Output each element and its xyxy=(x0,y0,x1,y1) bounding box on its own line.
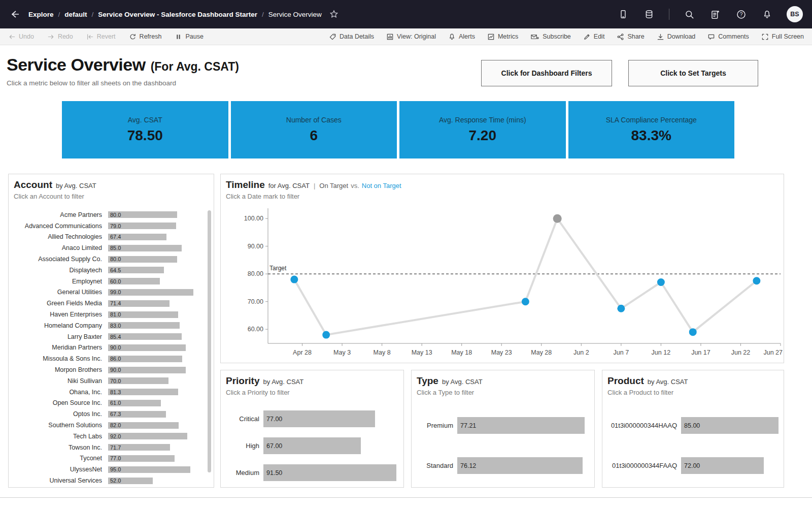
account-row[interactable]: General Utilities99.0 xyxy=(14,287,209,298)
account-row[interactable]: Anaco Limited85.0 xyxy=(14,242,209,253)
release-notes-icon[interactable] xyxy=(709,8,721,20)
edit-button[interactable]: Edit xyxy=(583,33,605,41)
timeline-point-not-on-target[interactable] xyxy=(617,305,625,312)
bar[interactable]: 60.0 xyxy=(108,278,160,284)
search-icon[interactable] xyxy=(683,8,695,20)
bar[interactable]: 99.0 xyxy=(108,289,193,296)
account-row[interactable]: Open Source Inc.61.0 xyxy=(14,398,209,409)
bar[interactable]: 72.00 xyxy=(681,457,764,474)
account-row[interactable]: Tech Labs92.0 xyxy=(14,431,209,442)
account-row[interactable]: Meridian Partners90.0 xyxy=(14,342,209,354)
type-row[interactable]: Standard76.12 xyxy=(417,446,589,486)
timeline-point-not-on-target[interactable] xyxy=(290,276,298,283)
priority-row[interactable]: Medium91.50 xyxy=(226,459,398,486)
bar[interactable]: 52.0 xyxy=(108,478,153,484)
bar[interactable]: 92.0 xyxy=(108,433,187,439)
account-row[interactable]: Associated Supply Co.80.0 xyxy=(14,253,209,265)
user-avatar[interactable]: BS xyxy=(787,6,803,22)
kpi-card-avg-csat[interactable]: Avg. CSAT 78.50 xyxy=(62,101,228,158)
dashboard-filters-button[interactable]: Click for Dashboard Filters xyxy=(481,60,612,86)
data-source-icon[interactable] xyxy=(643,8,655,20)
redo-button[interactable]: Redo xyxy=(47,33,73,41)
mobile-icon[interactable] xyxy=(617,8,629,20)
download-button[interactable]: Download xyxy=(657,33,696,41)
revert-button[interactable]: Revert xyxy=(86,33,116,41)
bar[interactable]: 71.4 xyxy=(108,300,170,307)
kpi-card-sla-compliance[interactable]: SLA Compliance Percentage 83.3% xyxy=(568,101,735,158)
account-row[interactable]: Advanced Communications79.0 xyxy=(14,220,209,232)
account-row[interactable]: Morpon Brothers90.0 xyxy=(14,364,209,375)
account-row[interactable]: Ohana, Inc.81.3 xyxy=(14,387,209,398)
account-row[interactable]: Allied Technologies67.4 xyxy=(14,232,209,243)
pause-button[interactable]: Pause xyxy=(175,33,203,41)
account-row[interactable]: Missoula & Sons Inc.86.0 xyxy=(14,353,209,364)
bar[interactable]: 91.50 xyxy=(263,464,396,481)
undo-button[interactable]: Undo xyxy=(8,33,34,41)
bar[interactable]: 77.0 xyxy=(108,455,175,462)
account-scrollbar-thumb[interactable] xyxy=(208,210,211,472)
account-row[interactable]: Acme Partners80.0 xyxy=(14,209,209,220)
bar[interactable]: 67.4 xyxy=(108,234,166,240)
account-row[interactable]: Displaytech64.5 xyxy=(14,265,209,276)
bar[interactable]: 81.0 xyxy=(108,311,178,318)
help-icon[interactable]: ? xyxy=(735,8,747,20)
timeline-point-on-target[interactable] xyxy=(553,214,562,223)
bar[interactable]: 80.0 xyxy=(108,256,177,263)
bar[interactable]: 67.3 xyxy=(108,411,166,418)
account-row[interactable]: Towson Inc.71.7 xyxy=(14,442,209,453)
alerts-button[interactable]: Alerts xyxy=(448,33,475,41)
bar[interactable]: 86.0 xyxy=(108,356,182,362)
share-button[interactable]: Share xyxy=(617,33,644,41)
timeline-point-not-on-target[interactable] xyxy=(689,328,697,336)
bar[interactable]: 71.7 xyxy=(108,444,170,451)
bar[interactable]: 81.3 xyxy=(108,389,178,395)
bar[interactable]: 70.0 xyxy=(108,377,168,384)
bar[interactable]: 90.0 xyxy=(108,344,186,351)
timeline-point-not-on-target[interactable] xyxy=(522,298,529,305)
bar[interactable]: 82.0 xyxy=(108,422,179,429)
priority-row[interactable]: Critical77.00 xyxy=(226,405,398,432)
product-row[interactable]: 01t3i000000344HAAQ85.00 xyxy=(607,405,779,446)
timeline-point-not-on-target[interactable] xyxy=(753,277,760,284)
notifications-icon[interactable] xyxy=(761,8,773,20)
breadcrumb-workbook[interactable]: Service Overview - Salesforce Dashboard … xyxy=(98,11,257,18)
legend-not-on-target[interactable]: Not on Target xyxy=(362,182,401,189)
metrics-button[interactable]: Metrics xyxy=(487,33,518,41)
bar[interactable]: 85.4 xyxy=(108,333,182,340)
bar[interactable]: 95.0 xyxy=(108,466,190,473)
account-row[interactable]: Niki Sullivan70.0 xyxy=(14,375,209,387)
full-screen-button[interactable]: Full Screen xyxy=(761,33,804,41)
account-row[interactable]: Employnet60.0 xyxy=(14,276,209,287)
account-row[interactable]: Haven Enterprises81.0 xyxy=(14,309,209,320)
bar[interactable]: 80.0 xyxy=(108,211,177,218)
set-targets-button[interactable]: Click to Set Targets xyxy=(628,60,758,86)
timeline-point-not-on-target[interactable] xyxy=(322,331,330,339)
subscribe-button[interactable]: Subscribe xyxy=(530,33,571,41)
bar[interactable]: 76.12 xyxy=(457,457,583,474)
timeline-point-not-on-target[interactable] xyxy=(657,278,665,286)
data-details-button[interactable]: Data Details xyxy=(329,33,374,41)
kpi-card-number-of-cases[interactable]: Number of Cases 6 xyxy=(231,101,397,158)
bar[interactable]: 79.0 xyxy=(108,223,176,229)
priority-row[interactable]: High67.00 xyxy=(226,432,398,459)
bar[interactable]: 77.21 xyxy=(457,417,585,434)
back-arrow-icon[interactable] xyxy=(9,8,21,20)
product-row[interactable]: 01t3i000000344FAAQ72.00 xyxy=(607,446,779,486)
account-row[interactable]: Optos Inc.67.3 xyxy=(14,408,209,420)
bar[interactable]: 77.00 xyxy=(263,410,375,427)
bar[interactable]: 85.00 xyxy=(681,417,779,434)
account-row[interactable]: Universal Services52.0 xyxy=(14,475,209,486)
account-row[interactable]: Homeland Company83.0 xyxy=(14,320,209,331)
account-row[interactable]: Green Fields Media71.4 xyxy=(14,298,209,309)
account-row[interactable]: Tyconet77.0 xyxy=(14,453,209,464)
bar[interactable]: 64.5 xyxy=(108,267,164,273)
kpi-card-avg-response-time[interactable]: Avg. Response Time (mins) 7.20 xyxy=(399,101,566,158)
type-row[interactable]: Premium77.21 xyxy=(417,405,589,446)
view-original-button[interactable]: View: Original xyxy=(386,33,436,41)
breadcrumb-project[interactable]: default xyxy=(64,11,87,18)
favorite-star-icon[interactable] xyxy=(328,8,340,20)
breadcrumb-explore[interactable]: Explore xyxy=(28,11,54,18)
bar[interactable]: 83.0 xyxy=(108,322,180,329)
bar[interactable]: 67.00 xyxy=(263,437,361,454)
comments-button[interactable]: Comments xyxy=(707,33,749,41)
